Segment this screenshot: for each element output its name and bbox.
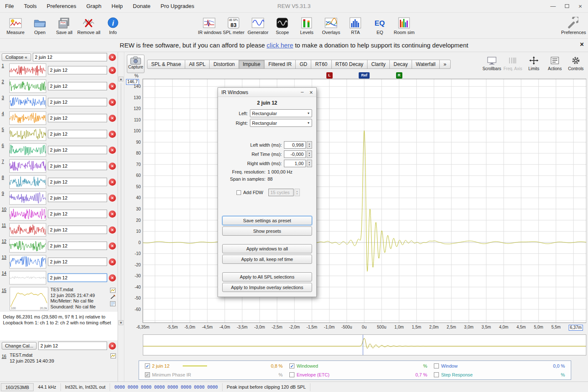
tab-all-spl[interactable]: All SPL (185, 60, 210, 69)
tab-decay[interactable]: Decay (390, 60, 412, 69)
overlays-button[interactable]: Overlays (319, 15, 343, 36)
delete-measurement-button[interactable]: × (109, 342, 116, 350)
legend-checkbox[interactable] (289, 372, 294, 377)
add-fdw-checkbox[interactable] (236, 190, 241, 195)
show-presets-button[interactable]: Show presets (222, 226, 312, 236)
measurement-name-input[interactable] (38, 342, 107, 350)
tab-spl-phase[interactable]: SPL & Phase (147, 60, 185, 69)
measurement-name-input[interactable] (48, 178, 107, 186)
generator-button[interactable]: Generator (246, 15, 270, 36)
legend-checkbox[interactable]: ✓ (145, 363, 150, 368)
change-cal-button[interactable]: Change Cal... (2, 342, 37, 350)
measurement-row[interactable]: 2× (0, 78, 118, 94)
spl-chart-icon[interactable] (110, 353, 116, 358)
remove-all-button[interactable]: Remove all (76, 15, 101, 36)
measurement-name-input[interactable] (48, 82, 107, 90)
tab-impulse[interactable]: Impulse (239, 60, 265, 69)
spinner-arrows-icon[interactable]: ▲▼ (294, 189, 300, 196)
graph-vertical-scrollbar[interactable]: ▲ ▼ (118, 52, 124, 381)
delete-measurement-button[interactable]: × (109, 54, 116, 61)
measurement-name-input[interactable] (48, 210, 107, 218)
scrollbar-track[interactable] (120, 83, 122, 323)
delete-measurement-button[interactable]: × (109, 83, 116, 90)
save-settings-preset-button[interactable]: Save settings as preset (222, 216, 312, 225)
measurement-name-input[interactable] (48, 162, 107, 170)
measurement-name-input[interactable] (48, 258, 107, 266)
x-axis-max-box[interactable]: 6,37m (569, 325, 583, 331)
measurement-row[interactable]: 14× (0, 270, 118, 286)
dialog-title-bar[interactable]: IR Windows – × (218, 88, 316, 97)
delete-measurement-button[interactable]: × (109, 115, 116, 122)
next-measurement-row[interactable]: 16 TEST.mdat 12 juin 2025 14:40:39 (0, 351, 118, 365)
dialog-minimize-icon[interactable]: – (301, 89, 304, 96)
right-window-select[interactable]: Rectangular▼ (250, 119, 312, 127)
spinner-arrows-icon[interactable]: ▲▼ (307, 160, 312, 167)
scope-button[interactable]: Scope (270, 15, 294, 36)
actions-button[interactable]: Actions (544, 54, 565, 72)
delete-measurement-button[interactable]: × (109, 242, 116, 250)
ref-time-input[interactable]: -0,000 (284, 150, 306, 158)
eq-button[interactable]: EQ EQ (368, 15, 392, 36)
measure-button[interactable]: Measure (3, 15, 28, 36)
menu-pro-upgrades[interactable]: Pro Upgrades (155, 0, 199, 13)
spinner-arrows-icon[interactable]: ▲▼ (307, 141, 312, 149)
tab-rt60-decay[interactable]: RT60 Decay (332, 60, 368, 69)
tab-gd[interactable]: GD (296, 60, 311, 69)
limits-button[interactable]: Limits (523, 54, 544, 72)
rta-button[interactable]: RTA (343, 15, 368, 36)
minimize-window-icon[interactable]: — (550, 3, 556, 9)
right-width-input[interactable]: 1,00 (284, 160, 306, 167)
delete-measurement-button[interactable]: × (109, 131, 116, 138)
apply-spl-selections-button[interactable]: Apply to All SPL selections (222, 272, 312, 282)
measurement-row[interactable]: 12× (0, 238, 118, 254)
close-window-icon[interactable]: × (578, 3, 582, 9)
tab-[interactable]: » (440, 60, 451, 69)
freq-axis-toggle[interactable]: Freq. Axis (502, 54, 523, 72)
measurement-name-input[interactable] (48, 274, 107, 282)
legend-checkbox[interactable]: ✓ (289, 363, 294, 368)
delete-measurement-button[interactable]: × (109, 67, 116, 74)
dialog-close-icon[interactable]: × (310, 89, 313, 96)
menu-file[interactable]: File (0, 0, 19, 13)
legend-checkbox[interactable] (434, 363, 439, 368)
left-width-input[interactable]: 0,998 (284, 141, 306, 149)
tab-waterfall[interactable]: Waterfall (412, 60, 440, 69)
measurement-row[interactable]: 13× (0, 254, 118, 270)
info-button[interactable]: i Info (101, 15, 125, 36)
measurement-name-input[interactable] (48, 130, 107, 138)
apply-overlay-selections-button[interactable]: Apply to Impulse overlay selections (222, 283, 312, 292)
spl-meter-button[interactable]: dB SPL83 SPL meter (221, 15, 246, 36)
memory-usage[interactable]: 160/253MB (1, 383, 34, 391)
room-sim-button[interactable]: Room sim (392, 15, 416, 36)
delete-measurement-button[interactable]: × (109, 195, 116, 202)
menu-tools[interactable]: Tools (19, 0, 42, 13)
measurement-row[interactable]: 10× (0, 206, 118, 222)
levels-button[interactable]: Levels (294, 15, 319, 36)
selected-measurement-panel[interactable]: 15 100 20,0k TEST.mdat 12 juin 2025 21:4… (0, 286, 118, 312)
measurement-row[interactable]: 6× (0, 142, 118, 158)
measurement-name-input[interactable] (48, 226, 107, 234)
scroll-up-icon[interactable]: ▲ (118, 76, 123, 82)
tab-rt60[interactable]: RT60 (311, 60, 331, 69)
delete-measurement-button[interactable]: × (109, 99, 116, 106)
menu-help[interactable]: Help (107, 0, 128, 13)
spl-chart-icon[interactable] (110, 288, 116, 293)
delete-measurement-button[interactable]: × (109, 147, 116, 154)
legend-checkbox[interactable]: ✓ (145, 372, 150, 377)
save-all-button[interactable]: Save all (52, 15, 76, 36)
delete-measurement-button[interactable]: × (109, 274, 116, 282)
capture-button[interactable]: Capture (127, 55, 144, 73)
measurement-name-input[interactable] (48, 194, 107, 202)
controls-button[interactable]: Controls (565, 54, 586, 72)
delete-measurement-button[interactable]: × (109, 210, 116, 218)
measurement-name-input[interactable] (48, 114, 107, 122)
menu-donate[interactable]: Donate (128, 0, 155, 13)
scroll-down-icon[interactable]: ▼ (118, 320, 123, 325)
tab-filtered-ir[interactable]: Filtered IR (265, 60, 296, 69)
donate-link[interactable]: click here (267, 42, 293, 49)
trim-ir-icon[interactable] (110, 295, 116, 300)
window-marker-ref[interactable]: Ref (359, 72, 370, 79)
impulse-plot[interactable]: 1401301201101009080706050403020100-10-20… (124, 78, 586, 331)
measurement-row[interactable]: 7× (0, 158, 118, 174)
tab-distortion[interactable]: Distortion (210, 60, 239, 69)
